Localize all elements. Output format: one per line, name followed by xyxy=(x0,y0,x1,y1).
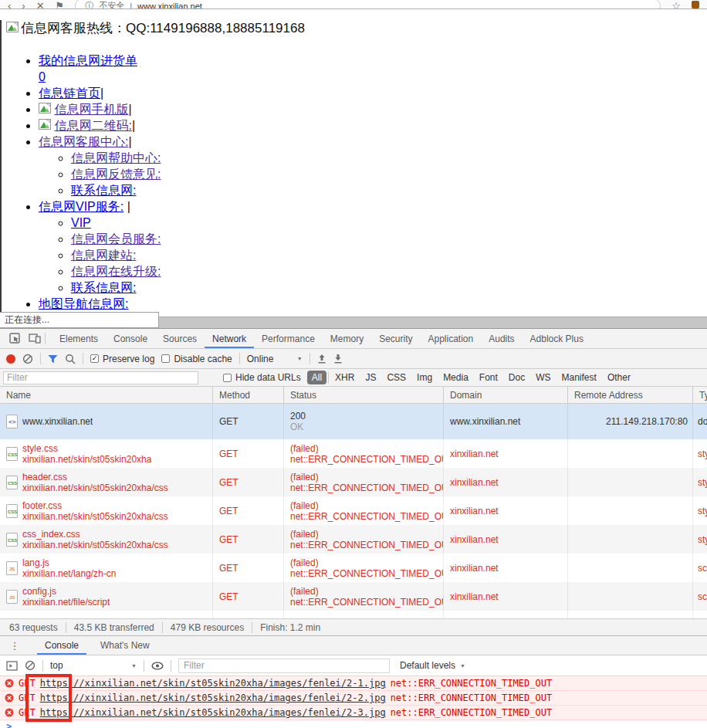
column-header-remote-address[interactable]: Remote Address xyxy=(568,387,693,403)
menu-link[interactable]: 信息网VIP服务: xyxy=(39,200,123,213)
disable-cache-checkbox[interactable] xyxy=(161,354,170,363)
preserve-log-checkbox[interactable]: ✓ xyxy=(90,354,99,363)
menu-link[interactable]: 信息链首页 xyxy=(39,86,100,100)
tab-console[interactable]: Console xyxy=(106,329,155,348)
tab-audits[interactable]: Audits xyxy=(481,329,522,348)
address-bar[interactable]: ⓘ 不安全 | www.xinxilian.net xyxy=(75,0,661,9)
drawer-tab-what-s-new[interactable]: What's New xyxy=(93,636,157,655)
tab-sources[interactable]: Sources xyxy=(155,329,205,348)
network-request-row[interactable]: CSSfooter.cssxinxilian.net/skin/st05skin… xyxy=(0,496,707,525)
drawer-tab-console[interactable]: Console xyxy=(37,636,86,655)
site-info-icon[interactable]: ⓘ xyxy=(85,0,93,9)
filter-pill-img[interactable]: Img xyxy=(412,371,437,384)
menu-link[interactable]: 信息网手机版 xyxy=(54,103,128,116)
tab-elements[interactable]: Elements xyxy=(52,329,106,348)
column-header-name[interactable]: Name xyxy=(0,387,213,403)
divider xyxy=(171,660,171,672)
console-prompt[interactable]: > xyxy=(0,720,707,728)
log-levels-dropdown[interactable]: Default levels ▼ xyxy=(400,660,465,671)
filter-pill-css[interactable]: CSS xyxy=(382,371,411,384)
request-status-cell: (failed) xyxy=(284,611,444,618)
request-name-cell: CSSfooter.cssxinxilian.net/skin/st05skin… xyxy=(0,496,213,525)
console-error-url[interactable]: https://xinxilian.net/skin/st05skin20xha… xyxy=(40,692,386,703)
stop-icon[interactable]: ✕ xyxy=(36,0,45,9)
filter-pill-font[interactable]: Font xyxy=(475,371,502,384)
column-header-method[interactable]: Method xyxy=(213,387,284,403)
console-error-url[interactable]: https://xinxilian.net/skin/st05skin20xha… xyxy=(40,707,386,718)
extension-icon[interactable] xyxy=(692,1,699,8)
network-request-row[interactable]: CSSstyle.cssxinxilian.net/skin/st05skin2… xyxy=(0,439,707,468)
clear-console-icon[interactable] xyxy=(25,660,36,671)
divider xyxy=(239,353,240,364)
tab-adblock-plus[interactable]: Adblock Plus xyxy=(523,329,591,348)
submenu-link[interactable]: 信息网会员服务: xyxy=(71,232,161,245)
search-icon[interactable] xyxy=(65,354,76,364)
hide-data-urls-checkbox[interactable] xyxy=(223,374,232,382)
column-header-type[interactable]: Type xyxy=(693,387,707,403)
tab-security[interactable]: Security xyxy=(371,329,420,348)
export-har-icon[interactable] xyxy=(333,354,343,364)
menu-link[interactable]: 0 xyxy=(39,70,46,83)
request-status-cell: (failed)net::ERR_CONNECTION_TIMED_OUT xyxy=(284,582,444,611)
menu-link[interactable]: 信息网二维码: xyxy=(54,119,131,132)
filter-pill-other[interactable]: Other xyxy=(603,371,635,384)
status-code: (failed) xyxy=(290,586,443,597)
clear-icon[interactable] xyxy=(22,354,33,364)
context-selector[interactable]: top ▼ xyxy=(50,660,137,671)
menu-link[interactable]: 信息网客服中心: xyxy=(39,135,128,148)
network-request-row[interactable]: JSjquery-1.7.2.min.js(failed)script xyxy=(0,611,707,618)
throttling-dropdown[interactable]: Online ▼ xyxy=(247,354,303,364)
bookmark-star-icon[interactable]: ☆ xyxy=(671,0,681,9)
device-toolbar-icon[interactable] xyxy=(25,330,45,348)
tab-application[interactable]: Application xyxy=(421,329,482,348)
column-header-status[interactable]: Status xyxy=(284,387,444,403)
menu-link[interactable]: 地图导航信息网: xyxy=(39,297,128,310)
submenu-link[interactable]: 信息网在线升级: xyxy=(71,265,161,278)
network-request-row[interactable]: JSconfig.jsxinxilian.net/file/scriptGET(… xyxy=(0,582,707,611)
menu-link[interactable]: 我的信息网进货单 xyxy=(39,54,137,67)
disable-cache-label: Disable cache xyxy=(174,354,232,364)
console-filter-input[interactable] xyxy=(178,659,390,673)
filter-pill-xhr[interactable]: XHR xyxy=(330,371,359,384)
tab-performance[interactable]: Performance xyxy=(254,329,323,348)
submenu-link[interactable]: 信息网反馈意见: xyxy=(71,168,161,181)
filter-pill-doc[interactable]: Doc xyxy=(504,371,529,384)
submenu-link[interactable]: VIP xyxy=(71,216,91,229)
submenu-link[interactable]: 信息网建站: xyxy=(71,249,136,262)
network-request-row[interactable]: CSScss_index.cssxinxilian.net/skin/st05s… xyxy=(0,525,707,554)
request-domain-cell: xinxilian.net xyxy=(444,582,568,611)
request-domain-cell: xinxilian.net xyxy=(444,468,568,496)
drawer-menu-icon[interactable]: ⋮ xyxy=(6,640,23,652)
filter-pill-ws[interactable]: WS xyxy=(531,371,555,384)
submenu-link[interactable]: 联系信息网: xyxy=(71,281,136,294)
console-error-url[interactable]: https://xinxilian.net/skin/st05skin20xha… xyxy=(40,678,386,689)
record-icon[interactable] xyxy=(6,354,15,364)
filter-pill-js[interactable]: JS xyxy=(360,371,381,384)
request-name: footer.cssxinxilian.net/skin/st05skin20x… xyxy=(22,500,168,522)
pipe-separator: | xyxy=(123,200,130,213)
summary-item: 43.5 KB transferred xyxy=(66,622,163,633)
filter-pill-all[interactable]: All xyxy=(307,371,326,384)
filter-pill-manifest[interactable]: Manifest xyxy=(557,371,601,384)
network-request-row[interactable]: <>www.xinxilian.netGET200OKwww.xinxilian… xyxy=(0,404,707,439)
browser-window: ‹ › ✕ ⚑ ⓘ 不安全 | www.xinxilian.net ☆ 信息网客… xyxy=(0,0,707,728)
back-icon[interactable]: ‹ xyxy=(8,0,11,9)
bookmark-flag-icon[interactable]: ⚑ xyxy=(56,0,65,9)
filter-funnel-icon[interactable] xyxy=(48,354,58,364)
request-name-cell: JSjquery-1.7.2.min.js xyxy=(0,611,213,618)
submenu-link[interactable]: 信息网帮助中心: xyxy=(71,151,161,164)
filter-pill-media[interactable]: Media xyxy=(438,371,473,384)
tab-network[interactable]: Network xyxy=(205,329,254,348)
network-filter-input[interactable] xyxy=(3,371,198,384)
forward-icon[interactable]: › xyxy=(22,0,25,9)
column-header-domain[interactable]: Domain xyxy=(444,387,568,403)
network-request-row[interactable]: CSSheader.cssxinxilian.net/skin/st05skin… xyxy=(0,468,707,496)
live-expression-eye-icon[interactable] xyxy=(151,662,164,670)
network-toolbar: ✓Preserve log Disable cache Online ▼ xyxy=(0,349,707,369)
network-request-row[interactable]: JSlang.jsxinxilian.net/lang/zh-cnGET(fai… xyxy=(0,554,707,582)
console-sidebar-icon[interactable] xyxy=(6,661,18,671)
tab-memory[interactable]: Memory xyxy=(323,329,371,348)
inspect-element-icon[interactable] xyxy=(5,330,25,348)
import-har-icon[interactable] xyxy=(317,354,326,364)
submenu-link[interactable]: 联系信息网: xyxy=(71,184,136,197)
